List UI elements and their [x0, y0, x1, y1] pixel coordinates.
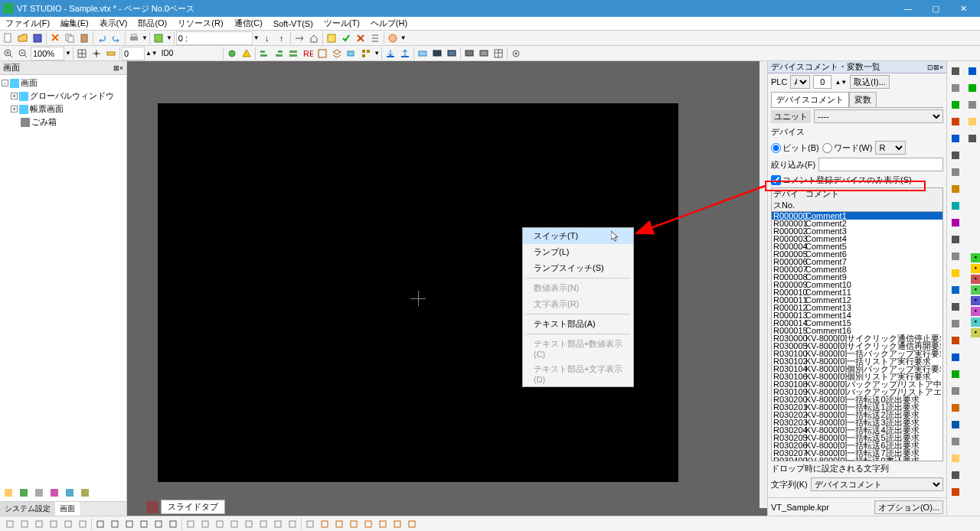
vtool-9-icon[interactable] — [948, 215, 963, 230]
process-icon[interactable] — [225, 47, 239, 60]
zoom-combo[interactable] — [31, 47, 64, 60]
comment-only-checkbox[interactable]: コメント登録デバイスのみ表示(S) — [771, 174, 912, 186]
btm-tool-26-icon[interactable] — [390, 517, 404, 531]
tree-tool-5-icon[interactable] — [63, 486, 77, 500]
monitor1-icon[interactable] — [430, 47, 444, 60]
word-radio[interactable]: ワード(W) — [822, 142, 873, 154]
tree-tool-3-icon[interactable] — [32, 486, 46, 500]
vtool-26-icon[interactable] — [965, 64, 980, 79]
tree-tool-6-icon[interactable] — [78, 486, 92, 500]
btm-tool-8-icon[interactable] — [122, 517, 136, 531]
btm-tool-2-icon[interactable] — [32, 517, 46, 531]
btm-tool-19-icon[interactable] — [286, 517, 299, 531]
menu-item[interactable]: リソース(R) — [172, 17, 228, 30]
vtool-23-icon[interactable] — [948, 451, 963, 466]
btm-tool-4-icon[interactable] — [61, 517, 75, 531]
context-item[interactable]: ランプスイッチ(S) — [523, 260, 633, 276]
btm-tool-1-icon[interactable] — [18, 517, 31, 531]
vtool-27-icon[interactable] — [965, 80, 980, 96]
arrow-nav-icon[interactable] — [292, 31, 306, 45]
vtool-18-icon[interactable] — [948, 366, 963, 382]
filter-input[interactable] — [818, 158, 943, 171]
panel-pin-icon[interactable]: ⊡⊠× — [927, 64, 943, 71]
save-button[interactable] — [31, 31, 44, 45]
vtool-2-icon[interactable] — [948, 97, 963, 112]
menu-item[interactable]: 表示(V) — [94, 17, 133, 30]
btm-tool-13-icon[interactable] — [198, 517, 212, 531]
vtool-29-icon[interactable] — [965, 114, 980, 129]
btm-tool-25-icon[interactable] — [376, 517, 390, 531]
btm-tool-9-icon[interactable] — [137, 517, 151, 531]
vtool-24-icon[interactable] — [948, 467, 963, 483]
fetch-button[interactable]: 取込(I)... — [850, 75, 890, 89]
btm-tool-22-icon[interactable] — [332, 517, 346, 531]
option-button[interactable]: オプション(O)... — [874, 500, 943, 514]
device-list[interactable]: デバイスNo.コメント R000000Comment1R000001Commen… — [771, 187, 943, 461]
connect-icon[interactable] — [416, 47, 430, 60]
vtool-16-icon[interactable] — [948, 333, 963, 348]
page-combo[interactable] — [176, 31, 253, 45]
new-button[interactable] — [2, 31, 15, 45]
vtool-19-icon[interactable] — [948, 383, 963, 399]
menu-item[interactable]: ツール(T) — [318, 17, 365, 30]
btm-tool-6-icon[interactable] — [93, 517, 107, 531]
cut-button[interactable] — [48, 31, 62, 45]
vtool-21-icon[interactable] — [948, 417, 963, 432]
panel-close-icon[interactable]: ⊠× — [113, 64, 123, 72]
vtool-0-icon[interactable] — [948, 64, 963, 79]
btm-tool-3-icon[interactable] — [47, 517, 60, 531]
vtool-8-icon[interactable] — [948, 198, 963, 213]
vtool-17-icon[interactable] — [948, 350, 963, 365]
context-item[interactable]: ランプ(L) — [523, 244, 633, 260]
vtool-20-icon[interactable] — [948, 400, 963, 415]
btm-tool-12-icon[interactable] — [184, 517, 198, 531]
minimize-button[interactable]: — — [894, 0, 922, 17]
right-edge-tools[interactable]: ▪▪ ▪▪ ▪▪ ▪▪ — [971, 252, 980, 338]
recording-icon[interactable]: REC — [301, 47, 315, 60]
tree-item[interactable]: -画面 — [2, 77, 125, 90]
btm-tool-11-icon[interactable] — [166, 517, 180, 531]
print-button[interactable] — [127, 31, 141, 45]
cross-icon[interactable] — [354, 31, 368, 45]
paste-button[interactable] — [77, 31, 91, 45]
maximize-button[interactable]: ▢ — [922, 0, 949, 17]
btm-tool-10-icon[interactable] — [152, 517, 165, 531]
list-icon[interactable] — [368, 31, 382, 45]
vtool-1-icon[interactable] — [948, 80, 963, 96]
context-item[interactable]: テキスト部品(A) — [523, 316, 633, 332]
vtool-30-icon[interactable] — [965, 131, 980, 146]
btm-tool-7-icon[interactable] — [108, 517, 122, 531]
canvas-area[interactable]: スライドタブ — [127, 61, 767, 516]
tree-tool-1-icon[interactable] — [2, 486, 15, 500]
menu-item[interactable]: Soft-VT(S) — [268, 18, 318, 29]
zoom-in-icon[interactable] — [2, 47, 15, 60]
sim2-icon[interactable] — [477, 47, 491, 60]
tab-variable[interactable]: 変数 — [849, 92, 877, 107]
word-type-select[interactable]: R — [875, 141, 906, 155]
same-width-icon[interactable] — [286, 47, 300, 60]
plc-num[interactable] — [813, 75, 831, 89]
vtool-5-icon[interactable] — [948, 148, 963, 163]
menu-item[interactable]: ヘルプ(H) — [365, 17, 413, 30]
vtool-22-icon[interactable] — [948, 434, 963, 449]
vtool-25-icon[interactable] — [948, 484, 963, 500]
table-icon[interactable] — [492, 47, 505, 60]
page-up-icon[interactable]: ↑ — [275, 31, 289, 45]
tree-item[interactable]: +グローバルウィンドウ — [2, 90, 125, 103]
vtool-7-icon[interactable] — [948, 181, 963, 197]
menu-item[interactable]: 通信(C) — [229, 17, 268, 30]
layer-icon[interactable] — [330, 47, 344, 60]
vtool-6-icon[interactable] — [948, 165, 963, 180]
screen-tree[interactable]: -画面+グローバルウィンドウ+帳票画面ごみ箱 — [0, 75, 126, 282]
btm-tool-14-icon[interactable] — [213, 517, 227, 531]
snap-icon[interactable] — [90, 47, 103, 60]
bit-radio[interactable]: ビット(B) — [771, 142, 819, 154]
tab-device-comment[interactable]: デバイスコメント — [771, 92, 849, 107]
tiles-icon[interactable] — [359, 47, 373, 60]
tree-tool-2-icon[interactable] — [17, 486, 31, 500]
btm-tool-21-icon[interactable] — [318, 517, 332, 531]
redo-button[interactable] — [109, 31, 123, 45]
palette-icon[interactable] — [386, 31, 400, 45]
menu-item[interactable]: 編集(E) — [55, 17, 94, 30]
unit-select[interactable]: ---- — [814, 109, 943, 123]
